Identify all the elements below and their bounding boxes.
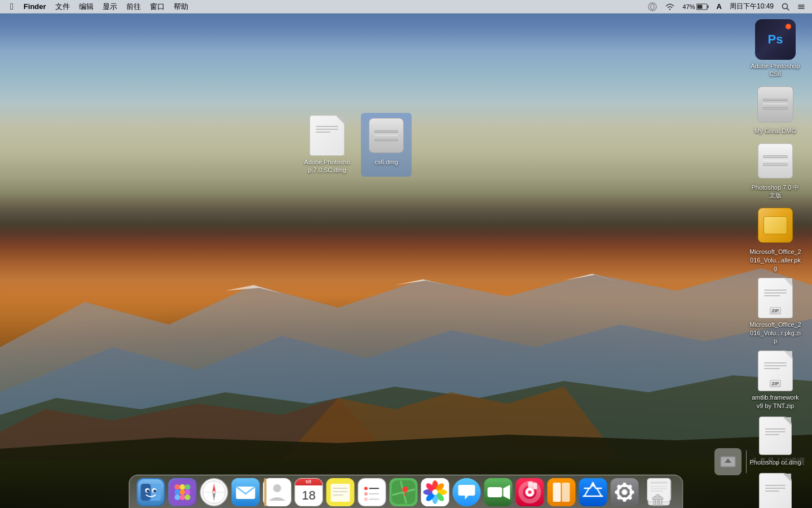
dock-itunes[interactable] (515, 478, 545, 507)
dock-launchpad[interactable] (168, 478, 197, 507)
dock: 9月 18 (129, 475, 683, 508)
dock-maps[interactable] (389, 478, 418, 507)
svg-point-38 (175, 494, 180, 500)
svg-rect-50 (264, 478, 267, 506)
dock-ibooks[interactable] (547, 478, 576, 507)
apple-menu[interactable]:  (5, 0, 19, 14)
desktop-icon-amtlib-zip[interactable]: ZIP amtlib.framework v9 by TNT.zip (744, 348, 806, 412)
svg-rect-91 (553, 483, 561, 502)
window-menu[interactable]: 窗口 (145, 0, 169, 14)
dock-notes[interactable] (326, 478, 355, 507)
dock-finder[interactable] (136, 478, 166, 507)
svg-point-58 (364, 487, 368, 490)
ms-office-pkg-label: Microsoft_Office_2016_Volu...aller.pkg (749, 248, 802, 272)
svg-rect-110 (651, 481, 668, 484)
dock-safari[interactable] (200, 478, 229, 507)
dock-photos[interactable] (421, 478, 450, 507)
svg-rect-92 (562, 483, 570, 502)
desktop-icon-adobe-photoshop-70-sc[interactable]: Adobe.Photoshop.7.0.SC.dmg (299, 113, 355, 177)
battery-indicator[interactable]: 47% (681, 3, 711, 10)
menubar:  Finder 文件 编辑 显示 前往 窗口 帮助 (0, 0, 812, 14)
amtlib-zip-label: amtlib.framework v9 by TNT.zip (749, 393, 802, 410)
svg-rect-57 (359, 479, 386, 506)
svg-rect-26 (151, 484, 161, 501)
desktop-icon-photoshop-70[interactable]: Photoshop 7.0 中文版 (744, 138, 806, 202)
svg-point-86 (528, 491, 532, 494)
svg-rect-81 (488, 487, 502, 497)
go-menu[interactable]: 前往 (122, 0, 145, 14)
adobe-ps-70-sc-dmg-label: Adobe.Photoshop.7.0.SC.dmg (303, 158, 351, 174)
svg-point-33 (180, 484, 186, 490)
desktop-icon-ms-office-zip[interactable]: ZIP Microsoft_Office_2016_Volu...r.pkg.z… (744, 275, 806, 347)
desktop-icon-cn-windows-iso[interactable]: cn_windows_10_multiple_ed...8463.iso (744, 470, 806, 508)
menubar-clock: 周日下午10:49 (727, 2, 776, 11)
svg-point-60 (364, 492, 368, 496)
dock-calendar[interactable]: 9月 18 (294, 478, 324, 507)
watermark: 头条号 / 沈慢慢 (714, 448, 805, 475)
svg-rect-53 (331, 484, 350, 502)
svg-point-99 (622, 489, 628, 495)
desktop-icon-photoshop-cs6[interactable]: Adobe Photoshop CS6 (744, 17, 806, 81)
wifi-icon[interactable] (663, 3, 677, 11)
notification-center-icon[interactable] (795, 3, 807, 11)
cs6-dmg-label: cs6.dmg (374, 158, 398, 166)
input-method-icon[interactable]: A (714, 2, 724, 11)
svg-rect-106 (615, 491, 620, 494)
edit-menu[interactable]: 编辑 (74, 0, 98, 14)
my-great-dmg-label: My Great DMG (754, 127, 796, 135)
svg-point-32 (175, 484, 180, 490)
dock-messages[interactable] (452, 478, 482, 507)
view-menu[interactable]: 显示 (98, 0, 122, 14)
watermark-divider (746, 450, 747, 473)
svg-rect-102 (630, 491, 634, 494)
svg-text:🗑: 🗑 (651, 492, 667, 506)
svg-rect-100 (623, 483, 626, 487)
svg-point-62 (364, 498, 368, 501)
watermark-icon (714, 448, 742, 475)
svg-point-37 (185, 489, 191, 495)
svg-point-29 (147, 490, 149, 493)
svg-point-11 (669, 9, 670, 10)
file-menu[interactable]: 文件 (51, 0, 74, 14)
dock-facetime[interactable] (484, 478, 513, 507)
photoshop-70-label: Photoshop 7.0 中文版 (749, 183, 802, 200)
svg-line-16 (787, 8, 789, 10)
svg-point-35 (175, 489, 180, 495)
photoshop-cs6-label: Adobe Photoshop CS6 (749, 62, 802, 78)
desktop-icons-center: Adobe.Photoshop.7.0.SC.dmg cs6.dmg (299, 113, 412, 178)
ms-office-zip-label: Microsoft_Office_2016_Volu...r.pkg.zip (749, 321, 802, 345)
finder-menu[interactable]: Finder (19, 0, 51, 14)
dock-syspreferences[interactable] (610, 478, 639, 507)
dock-reminders[interactable] (358, 478, 387, 507)
svg-point-34 (185, 484, 191, 490)
svg-point-30 (153, 490, 156, 493)
svg-rect-13 (707, 5, 708, 8)
desktop-icon-my-great-dmg[interactable]: My Great DMG (744, 82, 806, 137)
svg-point-10 (651, 4, 654, 10)
svg-rect-14 (697, 5, 702, 8)
svg-point-78 (433, 489, 438, 495)
watermark-text: 头条号 / 沈慢慢 (751, 457, 805, 467)
spotlight-icon[interactable] (779, 3, 792, 11)
svg-point-39 (180, 494, 186, 500)
svg-point-51 (273, 484, 281, 492)
desktop-icon-cs6-dmg[interactable]: cs6.dmg (361, 113, 412, 177)
svg-rect-104 (623, 497, 626, 502)
siri-icon[interactable] (646, 2, 659, 11)
svg-point-36 (180, 489, 186, 495)
desktop-icon-ms-office-pkg[interactable]: Microsoft_Office_2016_Volu...aller.pkg (744, 203, 806, 274)
help-menu[interactable]: 帮助 (169, 0, 193, 14)
desktop-icons-right: Adobe Photoshop CS6 My Great DMG (744, 17, 806, 508)
svg-rect-87 (533, 483, 537, 489)
dock-trash[interactable]: 🗑 (647, 478, 676, 507)
svg-rect-90 (548, 478, 576, 506)
svg-rect-25 (141, 484, 151, 501)
dock-separator (643, 481, 643, 503)
dock-mail[interactable] (231, 478, 261, 507)
dock-appstore[interactable] (579, 478, 608, 507)
svg-point-40 (185, 494, 191, 500)
dock-contacts[interactable] (263, 478, 292, 507)
svg-rect-88 (528, 481, 533, 488)
svg-point-68 (403, 487, 408, 492)
svg-rect-113 (651, 491, 663, 492)
